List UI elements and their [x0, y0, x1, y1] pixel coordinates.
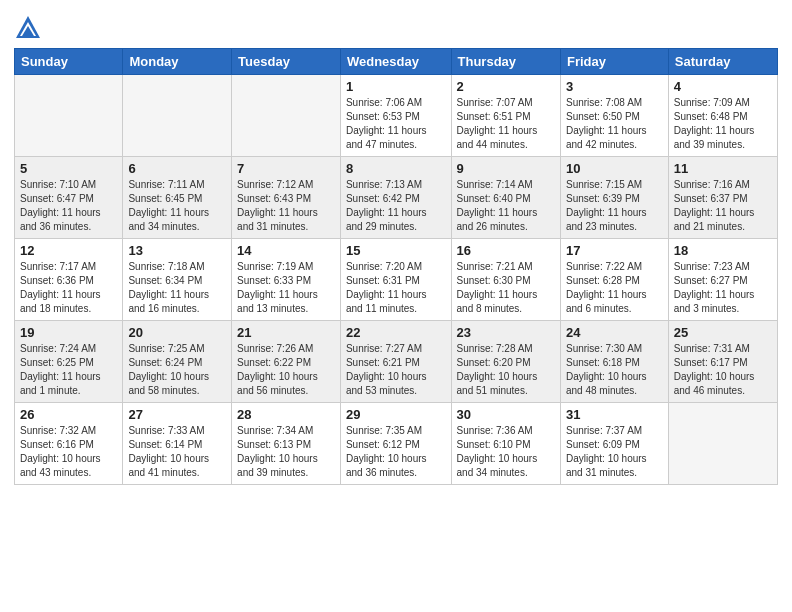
- day-number: 23: [457, 325, 555, 340]
- day-number: 9: [457, 161, 555, 176]
- day-info: Sunrise: 7:16 AM Sunset: 6:37 PM Dayligh…: [674, 178, 772, 234]
- calendar-table: Sunday Monday Tuesday Wednesday Thursday…: [14, 48, 778, 485]
- day-number: 10: [566, 161, 663, 176]
- day-number: 22: [346, 325, 446, 340]
- day-number: 28: [237, 407, 335, 422]
- day-info: Sunrise: 7:30 AM Sunset: 6:18 PM Dayligh…: [566, 342, 663, 398]
- table-row: 30Sunrise: 7:36 AM Sunset: 6:10 PM Dayli…: [451, 403, 560, 485]
- col-sunday: Sunday: [15, 49, 123, 75]
- day-number: 8: [346, 161, 446, 176]
- day-info: Sunrise: 7:36 AM Sunset: 6:10 PM Dayligh…: [457, 424, 555, 480]
- col-friday: Friday: [560, 49, 668, 75]
- logo-icon: [14, 14, 42, 42]
- day-number: 4: [674, 79, 772, 94]
- table-row: 16Sunrise: 7:21 AM Sunset: 6:30 PM Dayli…: [451, 239, 560, 321]
- day-info: Sunrise: 7:21 AM Sunset: 6:30 PM Dayligh…: [457, 260, 555, 316]
- table-row: 18Sunrise: 7:23 AM Sunset: 6:27 PM Dayli…: [668, 239, 777, 321]
- col-tuesday: Tuesday: [232, 49, 341, 75]
- table-row: [232, 75, 341, 157]
- table-row: 22Sunrise: 7:27 AM Sunset: 6:21 PM Dayli…: [340, 321, 451, 403]
- table-row: 3Sunrise: 7:08 AM Sunset: 6:50 PM Daylig…: [560, 75, 668, 157]
- table-row: 29Sunrise: 7:35 AM Sunset: 6:12 PM Dayli…: [340, 403, 451, 485]
- day-info: Sunrise: 7:24 AM Sunset: 6:25 PM Dayligh…: [20, 342, 117, 398]
- day-info: Sunrise: 7:31 AM Sunset: 6:17 PM Dayligh…: [674, 342, 772, 398]
- day-info: Sunrise: 7:25 AM Sunset: 6:24 PM Dayligh…: [128, 342, 226, 398]
- table-row: 9Sunrise: 7:14 AM Sunset: 6:40 PM Daylig…: [451, 157, 560, 239]
- table-row: 23Sunrise: 7:28 AM Sunset: 6:20 PM Dayli…: [451, 321, 560, 403]
- table-row: [123, 75, 232, 157]
- table-row: 5Sunrise: 7:10 AM Sunset: 6:47 PM Daylig…: [15, 157, 123, 239]
- day-info: Sunrise: 7:27 AM Sunset: 6:21 PM Dayligh…: [346, 342, 446, 398]
- day-info: Sunrise: 7:37 AM Sunset: 6:09 PM Dayligh…: [566, 424, 663, 480]
- col-thursday: Thursday: [451, 49, 560, 75]
- table-row: 19Sunrise: 7:24 AM Sunset: 6:25 PM Dayli…: [15, 321, 123, 403]
- col-saturday: Saturday: [668, 49, 777, 75]
- day-info: Sunrise: 7:06 AM Sunset: 6:53 PM Dayligh…: [346, 96, 446, 152]
- day-number: 20: [128, 325, 226, 340]
- day-number: 12: [20, 243, 117, 258]
- day-number: 2: [457, 79, 555, 94]
- day-number: 16: [457, 243, 555, 258]
- table-row: 21Sunrise: 7:26 AM Sunset: 6:22 PM Dayli…: [232, 321, 341, 403]
- calendar-week-row: 26Sunrise: 7:32 AM Sunset: 6:16 PM Dayli…: [15, 403, 778, 485]
- day-info: Sunrise: 7:13 AM Sunset: 6:42 PM Dayligh…: [346, 178, 446, 234]
- table-row: 26Sunrise: 7:32 AM Sunset: 6:16 PM Dayli…: [15, 403, 123, 485]
- day-number: 30: [457, 407, 555, 422]
- table-row: 25Sunrise: 7:31 AM Sunset: 6:17 PM Dayli…: [668, 321, 777, 403]
- table-row: 13Sunrise: 7:18 AM Sunset: 6:34 PM Dayli…: [123, 239, 232, 321]
- day-number: 11: [674, 161, 772, 176]
- day-info: Sunrise: 7:11 AM Sunset: 6:45 PM Dayligh…: [128, 178, 226, 234]
- table-row: 31Sunrise: 7:37 AM Sunset: 6:09 PM Dayli…: [560, 403, 668, 485]
- day-number: 25: [674, 325, 772, 340]
- day-info: Sunrise: 7:07 AM Sunset: 6:51 PM Dayligh…: [457, 96, 555, 152]
- calendar-week-row: 5Sunrise: 7:10 AM Sunset: 6:47 PM Daylig…: [15, 157, 778, 239]
- day-info: Sunrise: 7:22 AM Sunset: 6:28 PM Dayligh…: [566, 260, 663, 316]
- table-row: 2Sunrise: 7:07 AM Sunset: 6:51 PM Daylig…: [451, 75, 560, 157]
- calendar-week-row: 12Sunrise: 7:17 AM Sunset: 6:36 PM Dayli…: [15, 239, 778, 321]
- day-number: 29: [346, 407, 446, 422]
- day-number: 5: [20, 161, 117, 176]
- col-monday: Monday: [123, 49, 232, 75]
- day-info: Sunrise: 7:17 AM Sunset: 6:36 PM Dayligh…: [20, 260, 117, 316]
- table-row: 4Sunrise: 7:09 AM Sunset: 6:48 PM Daylig…: [668, 75, 777, 157]
- day-info: Sunrise: 7:15 AM Sunset: 6:39 PM Dayligh…: [566, 178, 663, 234]
- day-number: 17: [566, 243, 663, 258]
- table-row: 15Sunrise: 7:20 AM Sunset: 6:31 PM Dayli…: [340, 239, 451, 321]
- table-row: 1Sunrise: 7:06 AM Sunset: 6:53 PM Daylig…: [340, 75, 451, 157]
- header: [14, 10, 778, 42]
- calendar-week-row: 1Sunrise: 7:06 AM Sunset: 6:53 PM Daylig…: [15, 75, 778, 157]
- table-row: 17Sunrise: 7:22 AM Sunset: 6:28 PM Dayli…: [560, 239, 668, 321]
- calendar-header-row: Sunday Monday Tuesday Wednesday Thursday…: [15, 49, 778, 75]
- day-info: Sunrise: 7:26 AM Sunset: 6:22 PM Dayligh…: [237, 342, 335, 398]
- day-info: Sunrise: 7:28 AM Sunset: 6:20 PM Dayligh…: [457, 342, 555, 398]
- day-number: 7: [237, 161, 335, 176]
- table-row: 28Sunrise: 7:34 AM Sunset: 6:13 PM Dayli…: [232, 403, 341, 485]
- day-info: Sunrise: 7:33 AM Sunset: 6:14 PM Dayligh…: [128, 424, 226, 480]
- logo: [14, 14, 45, 42]
- day-number: 14: [237, 243, 335, 258]
- table-row: 24Sunrise: 7:30 AM Sunset: 6:18 PM Dayli…: [560, 321, 668, 403]
- day-info: Sunrise: 7:32 AM Sunset: 6:16 PM Dayligh…: [20, 424, 117, 480]
- day-number: 24: [566, 325, 663, 340]
- table-row: 6Sunrise: 7:11 AM Sunset: 6:45 PM Daylig…: [123, 157, 232, 239]
- page: Sunday Monday Tuesday Wednesday Thursday…: [0, 0, 792, 612]
- day-info: Sunrise: 7:19 AM Sunset: 6:33 PM Dayligh…: [237, 260, 335, 316]
- day-number: 18: [674, 243, 772, 258]
- table-row: 14Sunrise: 7:19 AM Sunset: 6:33 PM Dayli…: [232, 239, 341, 321]
- calendar-week-row: 19Sunrise: 7:24 AM Sunset: 6:25 PM Dayli…: [15, 321, 778, 403]
- day-info: Sunrise: 7:14 AM Sunset: 6:40 PM Dayligh…: [457, 178, 555, 234]
- day-info: Sunrise: 7:12 AM Sunset: 6:43 PM Dayligh…: [237, 178, 335, 234]
- day-info: Sunrise: 7:35 AM Sunset: 6:12 PM Dayligh…: [346, 424, 446, 480]
- table-row: 27Sunrise: 7:33 AM Sunset: 6:14 PM Dayli…: [123, 403, 232, 485]
- day-number: 31: [566, 407, 663, 422]
- day-info: Sunrise: 7:08 AM Sunset: 6:50 PM Dayligh…: [566, 96, 663, 152]
- table-row: 12Sunrise: 7:17 AM Sunset: 6:36 PM Dayli…: [15, 239, 123, 321]
- day-number: 19: [20, 325, 117, 340]
- day-number: 21: [237, 325, 335, 340]
- day-number: 27: [128, 407, 226, 422]
- day-number: 13: [128, 243, 226, 258]
- col-wednesday: Wednesday: [340, 49, 451, 75]
- day-number: 26: [20, 407, 117, 422]
- day-info: Sunrise: 7:34 AM Sunset: 6:13 PM Dayligh…: [237, 424, 335, 480]
- table-row: 11Sunrise: 7:16 AM Sunset: 6:37 PM Dayli…: [668, 157, 777, 239]
